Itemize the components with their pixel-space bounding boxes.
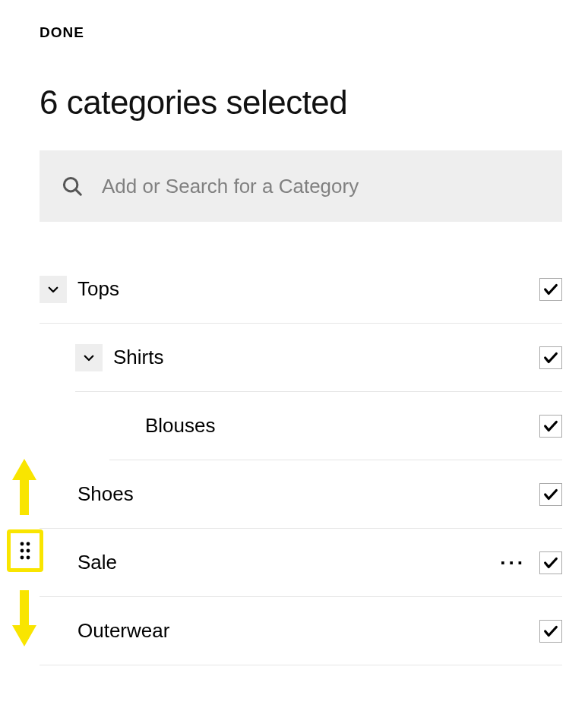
category-row-outerwear[interactable]: Outerwear [40, 597, 562, 665]
category-row-sale[interactable]: Sale ··· [40, 529, 562, 597]
category-row-blouses[interactable]: Blouses [109, 392, 562, 460]
expand-toggle-tops[interactable] [40, 276, 67, 303]
annotation-drag-handle-callout [7, 529, 43, 572]
svg-line-1 [75, 189, 81, 194]
svg-point-6 [27, 549, 30, 553]
search-input[interactable] [102, 175, 541, 198]
checkbox-tops[interactable] [539, 278, 562, 301]
page-title: 6 categories selected [40, 84, 562, 122]
checkbox-sale[interactable] [539, 551, 562, 574]
svg-marker-2 [12, 459, 36, 515]
category-row-shirts[interactable]: Shirts [75, 324, 562, 392]
category-row-shoes[interactable]: Shoes [40, 460, 562, 529]
svg-point-8 [27, 556, 30, 560]
checkbox-shirts[interactable] [539, 346, 562, 369]
check-icon [542, 486, 559, 503]
category-label: Shirts [113, 346, 539, 369]
expand-toggle-shirts[interactable] [75, 344, 103, 371]
svg-point-4 [27, 542, 30, 546]
annotation-down-arrow-icon [11, 590, 38, 649]
check-icon [542, 349, 559, 366]
category-label: Outerwear [77, 619, 539, 643]
category-row-tops[interactable]: Tops [40, 255, 562, 324]
svg-point-5 [21, 549, 24, 553]
check-icon [542, 281, 559, 298]
chevron-down-icon [82, 351, 96, 365]
drag-handle-icon[interactable] [18, 541, 32, 561]
search-icon [61, 175, 84, 198]
svg-marker-9 [12, 590, 36, 646]
category-label: Shoes [77, 482, 539, 506]
search-box[interactable] [40, 150, 562, 222]
checkbox-outerwear[interactable] [539, 620, 562, 643]
check-icon [542, 623, 559, 640]
checkbox-blouses[interactable] [539, 415, 562, 438]
svg-point-3 [21, 542, 24, 546]
category-label: Sale [77, 551, 500, 574]
category-label: Blouses [145, 414, 539, 438]
category-label: Tops [77, 277, 539, 301]
annotation-up-arrow-icon [11, 459, 38, 518]
checkbox-shoes[interactable] [539, 483, 562, 506]
svg-point-7 [21, 556, 24, 560]
done-button[interactable]: DONE [40, 24, 84, 41]
check-icon [542, 555, 559, 571]
chevron-down-icon [46, 283, 60, 296]
more-options-button[interactable]: ··· [500, 553, 526, 573]
check-icon [542, 418, 559, 434]
